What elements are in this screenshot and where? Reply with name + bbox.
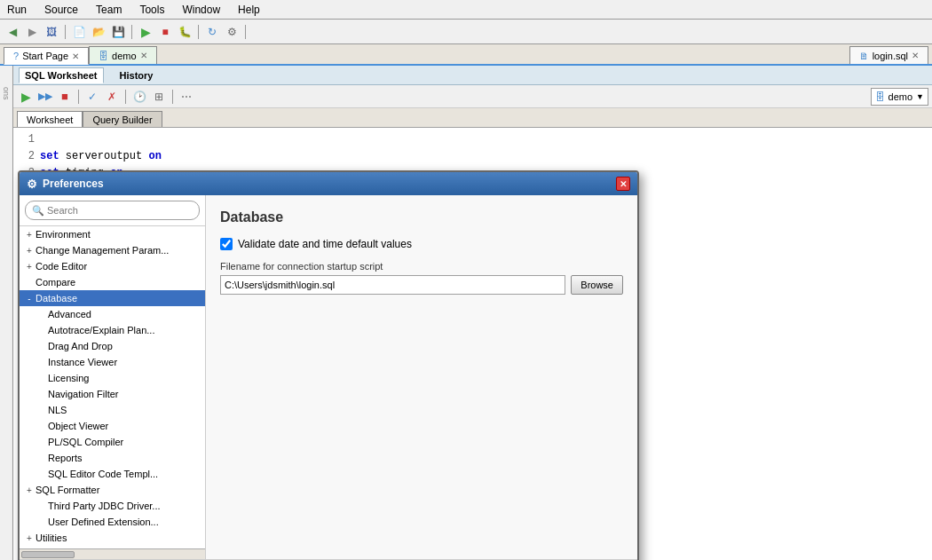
expander-reports: [36, 454, 48, 463]
expander-advanced: [36, 310, 48, 319]
expander-drag-drop: [36, 342, 48, 351]
tab-login-sql-icon: 🗎: [859, 51, 869, 61]
scrollbar-thumb[interactable]: [21, 551, 75, 558]
separator-3: [198, 25, 199, 39]
tree-label-nls: NLS: [48, 405, 205, 415]
toolbar-db-icon[interactable]: 🖼: [43, 23, 60, 41]
tree-item-nls[interactable]: NLS: [20, 402, 205, 418]
tree-item-sql-formatter[interactable]: + SQL Formatter: [20, 482, 205, 498]
tree-label-instance-viewer: Instance Viewer: [48, 357, 205, 367]
tree-search-wrapper: 🔍: [25, 201, 200, 220]
toolbar-debug-btn[interactable]: 🐛: [176, 23, 194, 41]
tree-item-plsql-compiler[interactable]: PL/SQL Compiler: [20, 434, 205, 450]
content-panel: Database Validate date and time default …: [206, 195, 637, 559]
expander-change-mgmt: +: [23, 246, 36, 256]
toolbar-back-btn[interactable]: ◀: [4, 23, 21, 41]
tab-login-sql-label: login.sql: [873, 51, 908, 61]
tree-item-utilities[interactable]: + Utilities: [20, 530, 205, 546]
validate-checkbox-row: Validate date and time default values: [220, 238, 623, 250]
expander-database: -: [23, 294, 36, 304]
expander-code-editor: +: [23, 262, 36, 272]
tree-item-advanced[interactable]: Advanced: [20, 306, 205, 322]
main-area: ons SQL Worksheet History ▶ ▶▶ ■ ✓ ✗ 🕑 ⊞…: [0, 66, 932, 560]
toolbar-forward-btn[interactable]: ▶: [23, 23, 41, 41]
tree-item-object-viewer[interactable]: Object Viewer: [20, 418, 205, 434]
tree-label-sql-editor-templ: SQL Editor Code Templ...: [48, 469, 205, 479]
dialog-title: Preferences: [43, 177, 104, 190]
tree-label-environment: Environment: [36, 229, 205, 240]
tree-label-change-mgmt: Change Management Param...: [36, 245, 205, 256]
menu-run[interactable]: Run: [4, 2, 30, 18]
tab-start-page-icon: ?: [13, 51, 19, 61]
menu-team[interactable]: Team: [92, 2, 125, 18]
tab-demo-icon: 🗄: [99, 51, 108, 61]
menu-source[interactable]: Source: [41, 2, 82, 18]
tree-label-nav-filter: Navigation Filter: [48, 389, 205, 399]
expander-compare: [23, 278, 36, 288]
dialog-overlay: ⚙ Preferences ✕ 🔍: [0, 66, 932, 560]
tree-label-object-viewer: Object Viewer: [48, 421, 205, 431]
toolbar-new-btn[interactable]: 📄: [70, 23, 88, 41]
dialog-titlebar-left: ⚙ Preferences: [27, 177, 104, 191]
tree-search-input[interactable]: [25, 201, 200, 220]
main-toolbar: ◀ ▶ 🖼 📄 📂 💾 ▶ ■ 🐛 ↻ ⚙: [0, 20, 932, 44]
toolbar-refresh-btn[interactable]: ↻: [203, 23, 221, 41]
tab-login-sql[interactable]: 🗎 login.sql ✕: [849, 46, 928, 64]
expander-autotrace: [36, 326, 48, 335]
expander-user-defined-ext: [36, 517, 48, 527]
tree-item-licensing[interactable]: Licensing: [20, 370, 205, 386]
tree-label-licensing: Licensing: [48, 373, 205, 383]
expander-plsql-compiler: [36, 438, 48, 447]
tab-login-sql-close[interactable]: ✕: [912, 51, 919, 60]
tree-item-compare[interactable]: Compare: [20, 274, 205, 290]
tree-item-environment[interactable]: + Environment: [20, 226, 205, 242]
expander-licensing: [36, 374, 48, 383]
expander-environment: +: [23, 230, 36, 240]
menu-bar: Run Source Team Tools Window Help: [0, 0, 932, 20]
tree-item-third-party-jdbc[interactable]: Third Party JDBC Driver...: [20, 498, 205, 514]
main-tab-bar: ? Start Page ✕ 🗄 demo ✕ 🗎 login.sql ✕: [0, 44, 932, 66]
tree-item-autotrace[interactable]: Autotrace/Explain Plan...: [20, 322, 205, 338]
menu-tools[interactable]: Tools: [136, 2, 168, 18]
tree-scrollbar[interactable]: [20, 548, 205, 559]
menu-window[interactable]: Window: [178, 2, 224, 18]
toolbar-open-btn[interactable]: 📂: [90, 23, 107, 41]
tree-scroll[interactable]: + Environment + Change Management Param.…: [20, 226, 205, 548]
tree-label-advanced: Advanced: [48, 309, 205, 319]
tree-item-reports[interactable]: Reports: [20, 450, 205, 466]
tab-demo[interactable]: 🗄 demo ✕: [89, 46, 157, 64]
toolbar-stop-btn[interactable]: ■: [156, 23, 174, 41]
validate-checkbox[interactable]: [220, 238, 233, 250]
dialog-body: 🔍 + Environment + Change Man: [20, 195, 637, 559]
tree-item-drag-drop[interactable]: Drag And Drop: [20, 338, 205, 354]
tab-start-page[interactable]: ? Start Page ✕: [4, 47, 89, 65]
expander-third-party-jdbc: [36, 501, 48, 511]
tree-item-nav-filter[interactable]: Navigation Filter: [20, 386, 205, 402]
tab-demo-close[interactable]: ✕: [140, 51, 147, 60]
expander-object-viewer: [36, 422, 48, 431]
toolbar-save-btn[interactable]: 💾: [109, 23, 127, 41]
file-path-input[interactable]: [220, 275, 565, 295]
expander-sql-editor-templ: [36, 469, 48, 479]
expander-instance-viewer: [36, 358, 48, 367]
tree-item-database[interactable]: - Database: [20, 290, 205, 306]
tree-label-user-defined-ext: User Defined Extension...: [48, 517, 205, 527]
tab-start-page-close[interactable]: ✕: [72, 51, 79, 61]
preferences-dialog: ⚙ Preferences ✕ 🔍: [18, 170, 639, 560]
tree-item-instance-viewer[interactable]: Instance Viewer: [20, 354, 205, 370]
tree-item-change-mgmt[interactable]: + Change Management Param...: [20, 242, 205, 258]
tab-start-page-label: Start Page: [22, 51, 68, 61]
toolbar-settings-btn[interactable]: ⚙: [223, 23, 241, 41]
database-section-title: Database: [220, 209, 623, 225]
dialog-close-btn[interactable]: ✕: [616, 177, 630, 191]
browse-button[interactable]: Browse: [571, 275, 623, 295]
tree-label-database: Database: [36, 293, 205, 304]
tree-item-code-editor[interactable]: + Code Editor: [20, 258, 205, 274]
menu-help[interactable]: Help: [234, 2, 264, 18]
tree-item-user-defined-ext[interactable]: User Defined Extension...: [20, 514, 205, 530]
expander-nav-filter: [36, 390, 48, 399]
tree-item-sql-editor-templ[interactable]: SQL Editor Code Templ...: [20, 466, 205, 482]
toolbar-run-btn[interactable]: ▶: [137, 23, 154, 41]
file-section-label: Filename for connection startup script: [220, 261, 623, 272]
dialog-titlebar: ⚙ Preferences ✕: [20, 172, 637, 195]
